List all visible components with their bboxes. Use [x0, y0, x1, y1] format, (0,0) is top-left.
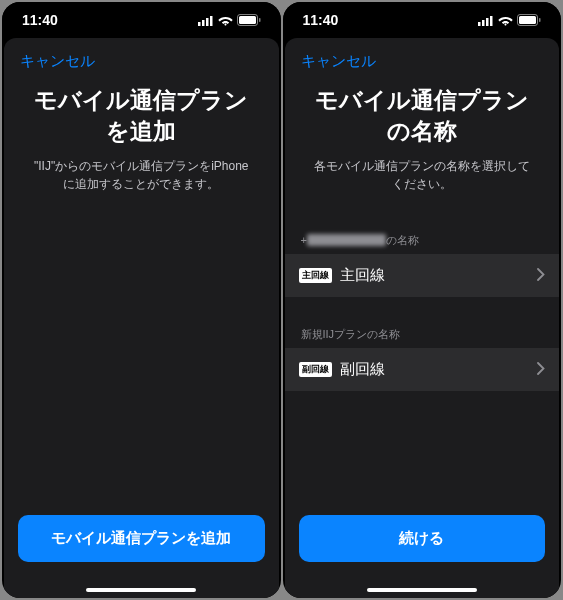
signal-icon [478, 15, 494, 26]
svg-rect-6 [259, 18, 261, 22]
status-time: 11:40 [22, 12, 58, 28]
home-indicator[interactable] [86, 588, 196, 592]
page-title: モバイル通信プランを追加 [4, 79, 279, 157]
button-wrap: モバイル通信プランを追加 [4, 515, 279, 598]
plan-row-primary[interactable]: 主回線 主回線 [285, 254, 560, 297]
page-subtitle: "IIJ"からのモバイル通信プランをiPhoneに追加することができます。 [4, 157, 279, 193]
button-wrap: 続ける [285, 515, 560, 598]
sheet-header: キャンセル [4, 38, 279, 79]
svg-rect-12 [519, 16, 536, 24]
plan-row-secondary[interactable]: 副回線 副回線 [285, 348, 560, 391]
status-bar: 11:40 [2, 2, 281, 38]
modal-sheet: キャンセル モバイル通信プランの名称 各モバイル通信プランの名称を選択してくださ… [285, 38, 560, 598]
signal-icon [198, 15, 214, 26]
header-prefix: + [301, 234, 307, 246]
status-icons [478, 14, 541, 26]
svg-rect-5 [239, 16, 256, 24]
plan-badge: 副回線 [299, 362, 332, 377]
svg-rect-8 [482, 20, 485, 26]
page-subtitle: 各モバイル通信プランの名称を選択してください。 [285, 157, 560, 193]
redacted-number: XX XXXX XXXX [307, 234, 386, 246]
phone-screen-2: 11:40 キャンセル モバイル通信プランの名称 各モバイル通信プランの名称を選… [283, 2, 562, 598]
svg-rect-2 [206, 18, 209, 26]
svg-rect-7 [478, 22, 481, 26]
battery-icon [237, 14, 261, 26]
status-icons [198, 14, 261, 26]
phone-screen-1: 11:40 キャンセル モバイル通信プランを追加 "IIJ"からのモバイル通信プ… [2, 2, 281, 598]
modal-sheet: キャンセル モバイル通信プランを追加 "IIJ"からのモバイル通信プランをiPh… [4, 38, 279, 598]
section-header: +XX XXXX XXXXの名称 [285, 227, 560, 254]
status-bar: 11:40 [283, 2, 562, 38]
svg-rect-13 [539, 18, 541, 22]
cancel-button[interactable]: キャンセル [301, 52, 376, 69]
wifi-icon [498, 15, 513, 26]
svg-rect-9 [486, 18, 489, 26]
svg-rect-1 [202, 20, 205, 26]
svg-rect-3 [210, 16, 213, 26]
chevron-right-icon [537, 361, 545, 379]
page-title: モバイル通信プランの名称 [285, 79, 560, 157]
header-suffix: の名称 [386, 234, 419, 246]
status-time: 11:40 [303, 12, 339, 28]
svg-rect-10 [490, 16, 493, 26]
sheet-content: モバイル通信プランを追加 "IIJ"からのモバイル通信プランをiPhoneに追加… [4, 79, 279, 598]
sheet-header: キャンセル [285, 38, 560, 79]
chevron-right-icon [537, 267, 545, 285]
svg-rect-0 [198, 22, 201, 26]
plan-label: 主回線 [340, 266, 538, 285]
continue-button[interactable]: 続ける [299, 515, 546, 562]
plan-label: 副回線 [340, 360, 538, 379]
home-indicator[interactable] [367, 588, 477, 592]
section-header: 新規IIJプランの名称 [285, 321, 560, 348]
sheet-content: モバイル通信プランの名称 各モバイル通信プランの名称を選択してください。 +XX… [285, 79, 560, 598]
plan-section-primary: +XX XXXX XXXXの名称 主回線 主回線 [285, 227, 560, 297]
cancel-button[interactable]: キャンセル [20, 52, 95, 69]
plan-badge: 主回線 [299, 268, 332, 283]
battery-icon [517, 14, 541, 26]
wifi-icon [218, 15, 233, 26]
plan-section-secondary: 新規IIJプランの名称 副回線 副回線 [285, 321, 560, 391]
add-plan-button[interactable]: モバイル通信プランを追加 [18, 515, 265, 562]
